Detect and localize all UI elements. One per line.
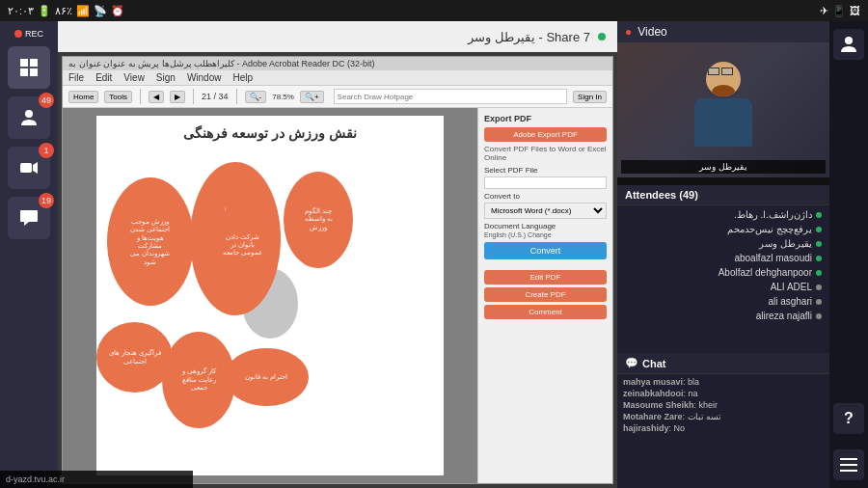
telegram-icon: ✈: [820, 5, 828, 17]
attendees-header: Attendees (49): [617, 185, 829, 205]
pdf-title: نقش ورزش در توسعه فرهنگی: [96, 116, 444, 146]
video-button[interactable]: 1: [8, 147, 50, 189]
video-dot: ●: [625, 25, 632, 39]
comment-btn[interactable]: Comment: [484, 305, 607, 319]
presenter-body: [694, 98, 752, 147]
offline-dot: [816, 285, 822, 290]
menu-window[interactable]: Window: [187, 72, 222, 83]
chat-section: 💬 Chat mahya musavi: bla zeinabkahdooi: …: [617, 353, 829, 488]
far-right-panel: ?: [829, 21, 868, 488]
msg-sender: Motahare Zare: [623, 412, 683, 421]
attendees-icon: [19, 108, 39, 127]
presenter-video: یقیرطل ﻭسر: [617, 42, 829, 177]
center-content: Share 7 - یقیرطل ﻭسر کلیراهطلب پرشل‌ها پ…: [58, 21, 617, 488]
edit-pdf-btn[interactable]: Edit PDF: [484, 270, 607, 285]
chat-message: zeinabkahdooi: na: [623, 389, 824, 398]
acrobat-search-input[interactable]: [334, 89, 568, 104]
chat-title: Chat: [642, 358, 665, 369]
convert-format-select[interactable]: Microsoft Word (*.docx) Microsoft Excel: [484, 203, 607, 219]
pdf-content: ورزش موجباجتماعی شدنهویت‌ها ومشارکتشهرون…: [96, 146, 444, 467]
chat-message: hajirashidy: No: [623, 423, 824, 433]
online-dot: [816, 270, 822, 276]
chat-message: Masoume Sheikh: kheir: [623, 400, 824, 410]
toolbar-zoom-in[interactable]: 🔍+: [300, 91, 324, 103]
title-bar: Share 7 - یقیرطل ﻭسر: [58, 21, 617, 52]
video-label: Video: [637, 25, 666, 39]
toolbar-tools[interactable]: Tools: [104, 91, 132, 103]
toolbar-page-info: 21 / 34: [202, 92, 229, 101]
svg-rect-0: [20, 59, 28, 67]
layout-grid-button[interactable]: [8, 46, 50, 89]
chat-icon: 💬: [625, 357, 638, 369]
svg-rect-9: [840, 464, 857, 466]
adobe-export-btn[interactable]: Adobe Export PDF: [484, 127, 607, 142]
video-header: ● Video: [617, 21, 829, 42]
acrobat-titlebar: کلیراهطلب پرشل‌ها پریش به عنوان عنوان به…: [63, 57, 612, 70]
pdf-path-input[interactable]: [484, 176, 607, 189]
acrobat-body: نقش ورزش در توسعه فرهنگی ورزش موجباجتماع…: [63, 108, 612, 483]
main-container: REC 49 1: [0, 21, 868, 488]
chat-messages: mahya musavi: bla zeinabkahdooi: na Maso…: [617, 374, 829, 488]
attendee-name: ALI ADEL: [771, 282, 812, 292]
wifi-icon: 📡: [94, 5, 107, 17]
glasses: [708, 68, 733, 75]
attendee-name: alireza najafli: [756, 311, 812, 321]
msg-text: bla: [688, 377, 699, 387]
bottom-bar: d-yazd.tvu.ac.ir: [0, 471, 193, 488]
signal-icon: 📶: [76, 5, 90, 17]
toolbar-fwd[interactable]: ▶: [170, 91, 185, 103]
toolbar-home[interactable]: Home: [68, 91, 98, 103]
video-badge: 1: [39, 143, 54, 158]
question-icon-btn[interactable]: ?: [833, 403, 864, 434]
offline-dot: [816, 299, 822, 305]
person-icon-btn[interactable]: [833, 29, 864, 60]
bubble-5: احترام به قانون: [225, 348, 308, 406]
convert-btn[interactable]: Convert: [484, 242, 607, 259]
toolbar-sep1: [140, 89, 141, 104]
menu-file[interactable]: File: [68, 72, 84, 83]
menu-icon-btn[interactable]: [833, 449, 864, 480]
svg-rect-5: [20, 163, 32, 173]
attendee-name: aboalfazl masoudi: [734, 253, 812, 263]
msg-sender: mahya musavi: [623, 377, 683, 387]
alarm-icon: ⏰: [111, 5, 124, 17]
create-pdf-btn[interactable]: Create PDF: [484, 287, 607, 302]
toolbar-zoom-out[interactable]: 🔍-: [245, 91, 267, 103]
acrobat-menubar: File Edit View Sign Window Help: [63, 70, 612, 86]
whatsapp-icon: 📱: [832, 5, 846, 17]
attendees-list: داژن‌راشف.ا. رهاط. یرفع‌چچج نیس‌حدمحم یق…: [617, 205, 829, 353]
msg-sender: Masoume Sheikh: [623, 400, 694, 410]
toolbar-back[interactable]: ◀: [149, 91, 164, 103]
bubble-3: چند الگومبه واسطهورزش: [284, 172, 353, 268]
list-item: یقیرطل ﻭسر: [617, 236, 829, 251]
hamburger-icon: [840, 458, 857, 472]
convert-to-label: Convert to: [484, 192, 607, 201]
bubble-4: شرکت دادنبانوان درعمومی جامعه: [211, 203, 274, 287]
list-item: ALI ADEL: [617, 280, 829, 294]
select-file-label: Select PDF File: [484, 166, 607, 175]
msg-text: No: [674, 423, 686, 433]
svg-rect-10: [840, 470, 857, 472]
attendees-button[interactable]: 49: [8, 96, 50, 139]
rec-indicator: REC: [14, 29, 43, 39]
menu-sign[interactable]: Sign: [156, 72, 176, 83]
chat-message: Motahare Zare: تسه تبات: [623, 412, 824, 421]
svg-rect-1: [30, 59, 38, 67]
online-dot: [816, 241, 822, 247]
svg-marker-6: [33, 162, 38, 174]
msg-text: تسه تبات: [688, 412, 722, 421]
share-title: Share 7 - یقیرطل ﻭسر: [468, 30, 590, 44]
menu-help[interactable]: Help: [232, 72, 253, 83]
chat-sidebar-button[interactable]: 19: [8, 197, 50, 239]
battery-level: ۸۶٪: [55, 5, 72, 17]
svg-rect-8: [840, 458, 857, 460]
toolbar-signin[interactable]: Sign In: [573, 91, 607, 103]
toolbar-zoom-val: 78.5%: [272, 93, 294, 101]
menu-view[interactable]: View: [123, 72, 145, 83]
pdf-page: نقش ورزش در توسعه فرهنگی ورزش موجباجتماع…: [96, 116, 444, 475]
attendees-title: Attendees (49): [625, 189, 698, 201]
acrobat-right-panel: Export PDF Adobe Export PDF Convert PDF …: [477, 108, 612, 483]
menu-edit[interactable]: Edit: [95, 72, 112, 83]
list-item: aboalfazl masoudi: [617, 251, 829, 265]
svg-point-7: [845, 37, 853, 44]
